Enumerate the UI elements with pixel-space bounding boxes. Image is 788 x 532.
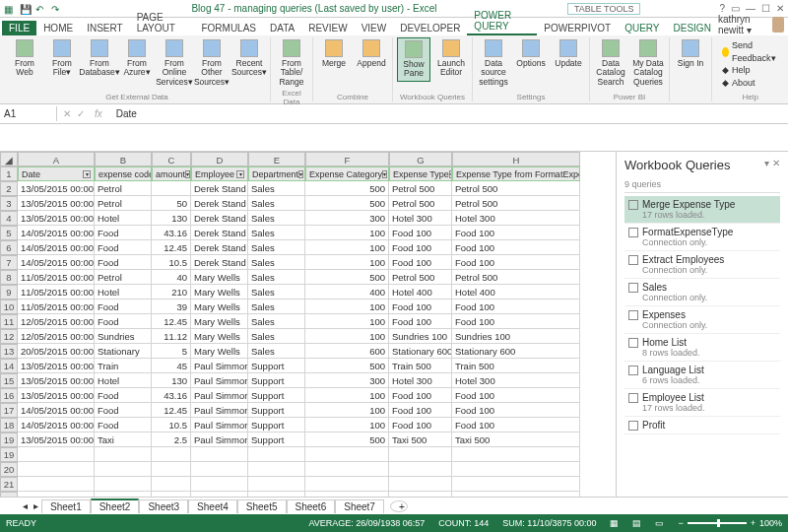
cell[interactable]: 39 (152, 299, 191, 314)
row-header-11[interactable]: 11 (0, 314, 18, 329)
col-header-C[interactable]: C (152, 152, 191, 166)
ribbon-from-web[interactable]: From Web (8, 37, 41, 89)
tab-design[interactable]: DESIGN (667, 21, 718, 35)
row-header-19[interactable]: 19 (0, 432, 18, 447)
cell[interactable]: Sales (248, 299, 305, 314)
save-icon[interactable]: 💾 (20, 4, 30, 14)
cell[interactable] (305, 462, 389, 477)
help-icon[interactable]: ? (719, 3, 725, 14)
cell[interactable] (389, 477, 452, 492)
cell[interactable]: Food (95, 418, 152, 432)
cell[interactable]: 500 (305, 196, 389, 211)
table-header[interactable]: Department▾ (248, 166, 305, 181)
cell[interactable]: Food 100 (452, 388, 580, 403)
ribbon-sign-in[interactable]: Sign In (674, 37, 707, 70)
row-header-5[interactable]: 5 (0, 226, 18, 240)
cell[interactable]: 13/05/2015 00:00 (18, 211, 95, 226)
cell[interactable]: Support (248, 403, 305, 418)
cell[interactable]: Food (95, 240, 152, 255)
cell[interactable]: Paul Simmons (191, 403, 248, 418)
cell[interactable]: Paul Simmons (191, 373, 248, 388)
cell[interactable]: 12.45 (152, 240, 191, 255)
filter-icon[interactable]: ▾ (83, 170, 91, 178)
enter-formula-icon[interactable]: ✓ (77, 108, 85, 119)
ribbon-from-other-sources-[interactable]: From Other Sources▾ (195, 37, 229, 89)
cell[interactable]: Sales (248, 255, 305, 270)
cell[interactable]: Food 100 (452, 314, 580, 329)
cell[interactable] (152, 462, 191, 477)
ribbon-from-azure-[interactable]: From Azure▾ (120, 37, 154, 89)
close-icon[interactable]: ✕ (776, 3, 784, 14)
worksheet[interactable]: ◢ABCDEFGH1Date▾expense code▾amount▾Emplo… (0, 152, 616, 497)
sheet-nav-first-icon[interactable]: ◂ (20, 500, 31, 511)
cell[interactable]: Taxi 500 (389, 432, 452, 447)
view-break-icon[interactable]: ▭ (655, 518, 664, 528)
cell[interactable]: Sundries 100 (389, 329, 452, 344)
minimize-icon[interactable]: — (746, 3, 755, 14)
cell[interactable]: Petrol 500 (389, 270, 452, 285)
cell[interactable]: Sales (248, 314, 305, 329)
cell[interactable]: 300 (305, 211, 389, 226)
cell[interactable]: Food 100 (389, 226, 452, 240)
zoom-out-icon[interactable]: − (678, 518, 683, 528)
row-header-7[interactable]: 7 (0, 255, 18, 270)
cell[interactable]: Derek Stand (191, 196, 248, 211)
cell[interactable]: 5 (152, 344, 191, 359)
cell[interactable]: Train 500 (452, 359, 580, 373)
sheet-tab-sheet5[interactable]: Sheet5 (237, 499, 287, 513)
ribbon-my-data-catalog-queries[interactable]: My Data Catalog Queries (631, 37, 665, 89)
cell[interactable]: Food 100 (452, 240, 580, 255)
cell[interactable]: Mary Wells (191, 314, 248, 329)
cell[interactable]: Hotel 300 (389, 373, 452, 388)
help-about[interactable]: ◆About (722, 77, 779, 90)
cell[interactable] (152, 492, 191, 497)
tab-developer[interactable]: DEVELOPER (393, 21, 467, 35)
cell[interactable]: Mary Wells (191, 285, 248, 299)
cell[interactable]: 13/05/2015 00:00 (18, 359, 95, 373)
col-header-B[interactable]: B (95, 152, 152, 166)
row-header-3[interactable]: 3 (0, 196, 18, 211)
ribbon-options[interactable]: Options (514, 37, 548, 89)
cell[interactable] (152, 447, 191, 462)
row-header-22[interactable]: 22 (0, 492, 18, 497)
filter-icon[interactable]: ▾ (382, 170, 387, 178)
zoom-slider[interactable] (688, 522, 747, 524)
cell[interactable]: Support (248, 418, 305, 432)
query-item[interactable]: FormatExpenseTypeConnection only. (624, 224, 780, 251)
cell[interactable]: Food 100 (452, 403, 580, 418)
cell[interactable]: Taxi 500 (452, 432, 580, 447)
sheet-tab-sheet3[interactable]: Sheet3 (139, 499, 188, 513)
table-header[interactable]: Employee▾ (191, 166, 248, 181)
user-name[interactable]: kathryn newitt ▾ (718, 14, 768, 35)
cell[interactable]: 100 (305, 226, 389, 240)
cell[interactable]: 500 (305, 432, 389, 447)
query-item[interactable]: Extract EmployeesConnection only. (624, 251, 780, 279)
cell[interactable]: Derek Stand (191, 181, 248, 196)
cell[interactable] (191, 477, 248, 492)
cell[interactable] (248, 492, 305, 497)
cell[interactable] (452, 462, 580, 477)
cell[interactable]: Paul Simmons (191, 388, 248, 403)
cell[interactable]: Mary Wells (191, 299, 248, 314)
cell[interactable]: Food 100 (452, 418, 580, 432)
cell[interactable] (152, 181, 191, 196)
cell[interactable]: Sundries 100 (452, 329, 580, 344)
cell[interactable]: 12.45 (152, 403, 191, 418)
tab-powerpivot[interactable]: POWERPIVOT (537, 21, 618, 35)
cell[interactable] (248, 477, 305, 492)
cell[interactable]: Sales (248, 270, 305, 285)
row-header-16[interactable]: 16 (0, 388, 18, 403)
cell[interactable]: 100 (305, 388, 389, 403)
cell[interactable]: 400 (305, 285, 389, 299)
cell[interactable] (152, 477, 191, 492)
tab-insert[interactable]: INSERT (80, 21, 130, 35)
cell[interactable]: Paul Simmons (191, 432, 248, 447)
redo-icon[interactable]: ↷ (51, 4, 61, 14)
row-header-17[interactable]: 17 (0, 403, 18, 418)
cell[interactable]: Stationary (95, 344, 152, 359)
ribbon-data-catalog-search[interactable]: Data Catalog Search (594, 37, 627, 89)
row-header-10[interactable]: 10 (0, 299, 18, 314)
cell[interactable]: 13/05/2015 00:00 (18, 432, 95, 447)
cell[interactable]: Hotel 300 (452, 373, 580, 388)
cell[interactable] (389, 492, 452, 497)
